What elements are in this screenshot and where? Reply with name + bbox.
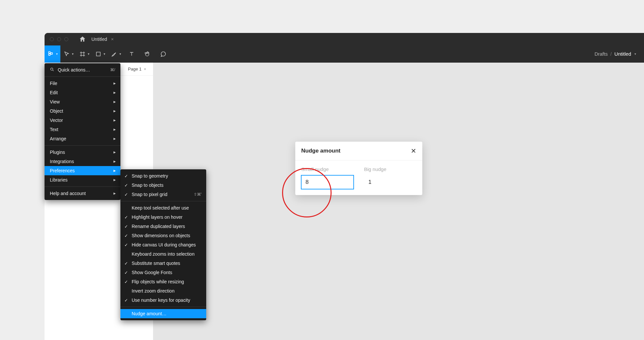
search-icon xyxy=(50,67,54,73)
menu-item-help-and-account[interactable]: Help and account xyxy=(45,189,120,198)
menu-item-label: View xyxy=(50,99,60,104)
big-nudge-input[interactable] xyxy=(364,175,417,189)
menu-separator xyxy=(120,307,206,307)
menu-item-integrations[interactable]: Integrations xyxy=(45,157,120,166)
menu-item-label: Text xyxy=(50,127,58,132)
preferences-submenu: Snap to geometrySnap to objectsSnap to p… xyxy=(120,169,206,320)
breadcrumb-location: Drafts xyxy=(595,51,608,57)
submenu-item-snap-to-pixel-grid[interactable]: Snap to pixel grid⇧⌘' xyxy=(120,190,206,199)
page-label: Page 1 xyxy=(128,67,142,71)
menu-item-preferences[interactable]: Preferences xyxy=(45,166,120,175)
menu-item-label: Quick actions… xyxy=(58,67,90,72)
shape-tool-button[interactable]: ▾ xyxy=(92,45,108,63)
submenu-item-nudge-amount[interactable]: Nudge amount… xyxy=(120,309,206,318)
window-maximize-dot[interactable] xyxy=(64,37,68,41)
submenu-item-invert-zoom-direction[interactable]: Invert zoom direction xyxy=(120,286,206,296)
submenu-item-label: Substitute smart quotes xyxy=(132,261,180,266)
menu-item-edit[interactable]: Edit xyxy=(45,88,120,97)
breadcrumb-separator: / xyxy=(610,51,612,57)
submenu-item-substitute-smart-quotes[interactable]: Substitute smart quotes xyxy=(120,259,206,268)
breadcrumb[interactable]: Drafts / Untitled ▾ xyxy=(595,51,644,57)
menu-item-plugins[interactable]: Plugins xyxy=(45,148,120,157)
menu-shortcut: ⌘/ xyxy=(110,68,115,72)
svg-rect-3 xyxy=(96,52,100,56)
chevron-down-icon: ▾ xyxy=(104,52,105,56)
submenu-item-label: Highlight layers on hover xyxy=(132,214,182,220)
submenu-item-label: Invert zoom direction xyxy=(132,288,175,294)
menu-item-file[interactable]: File xyxy=(45,79,120,88)
submenu-item-label: Snap to geometry xyxy=(132,173,168,179)
submenu-shortcut: ⇧⌘' xyxy=(194,192,202,197)
menu-item-label: Help and account xyxy=(50,191,86,196)
menu-item-vector[interactable]: Vector xyxy=(45,116,120,125)
submenu-item-show-google-fonts[interactable]: Show Google Fonts xyxy=(120,268,206,277)
text-tool-button[interactable] xyxy=(124,45,140,63)
small-nudge-input[interactable] xyxy=(301,175,354,189)
menu-item-view[interactable]: View xyxy=(45,97,120,106)
submenu-item-hide-canvas-ui-during-changes[interactable]: Hide canvas UI during changes xyxy=(120,240,206,249)
submenu-item-snap-to-objects[interactable]: Snap to objects xyxy=(120,181,206,190)
chevron-down-icon: ▾ xyxy=(72,52,74,56)
svg-rect-2 xyxy=(51,52,52,54)
big-nudge-field: Big nudge xyxy=(364,166,417,189)
menu-item-label: Arrange xyxy=(50,136,66,141)
pen-tool-button[interactable]: ▾ xyxy=(108,45,124,63)
svg-point-4 xyxy=(50,68,53,70)
submenu-item-rename-duplicated-layers[interactable]: Rename duplicated layers xyxy=(120,222,206,231)
menu-separator xyxy=(120,201,206,201)
window-controls xyxy=(45,37,68,41)
home-icon[interactable] xyxy=(79,36,86,43)
submenu-item-keep-tool-selected-after-use[interactable]: Keep tool selected after use xyxy=(120,203,206,212)
canvas[interactable] xyxy=(153,63,644,340)
chevron-down-icon[interactable]: ▾ xyxy=(634,52,636,56)
menu-separator xyxy=(45,76,120,77)
window-close-dot[interactable] xyxy=(50,37,54,41)
menu-item-label: Vector xyxy=(50,118,63,123)
submenu-item-label: Snap to objects xyxy=(132,183,164,188)
menu-item-object[interactable]: Object xyxy=(45,106,120,116)
menu-separator xyxy=(45,145,120,146)
submenu-item-label: Nudge amount… xyxy=(132,311,167,316)
chevron-down-icon: ▾ xyxy=(88,52,89,56)
nudge-amount-dialog: Nudge amount ✕ Small nudge Big nudge xyxy=(295,142,422,195)
submenu-item-label: Rename duplicated layers xyxy=(132,224,185,229)
submenu-item-use-number-keys-for-opacity[interactable]: Use number keys for opacity xyxy=(120,296,206,305)
close-icon[interactable]: ✕ xyxy=(411,147,416,155)
move-tool-button[interactable]: ▾ xyxy=(60,45,76,63)
chevron-down-icon: ▾ xyxy=(144,67,146,71)
close-tab-icon[interactable]: × xyxy=(111,37,113,42)
submenu-item-flip-objects-while-resizing[interactable]: Flip objects while resizing xyxy=(120,277,206,286)
submenu-item-keyboard-zooms-into-selection[interactable]: Keyboard zooms into selection xyxy=(120,249,206,259)
file-tab-label: Untitled xyxy=(91,37,107,42)
menu-item-label: File xyxy=(50,81,57,86)
menu-item-quick-actions[interactable]: Quick actions… ⌘/ xyxy=(45,65,120,74)
hand-tool-button[interactable] xyxy=(140,45,155,63)
submenu-item-label: Snap to pixel grid xyxy=(132,192,167,197)
window-minimize-dot[interactable] xyxy=(57,37,61,41)
menu-item-label: Edit xyxy=(50,90,58,95)
submenu-item-snap-to-geometry[interactable]: Snap to geometry xyxy=(120,171,206,181)
main-menu-button[interactable]: ▾ xyxy=(45,45,60,63)
menu-item-text[interactable]: Text xyxy=(45,125,120,134)
frame-tool-button[interactable]: ▾ xyxy=(76,45,92,63)
submenu-item-label: Keyboard zooms into selection xyxy=(132,251,195,257)
submenu-item-label: Show dimensions on objects xyxy=(132,233,190,238)
submenu-item-highlight-layers-on-hover[interactable]: Highlight layers on hover xyxy=(120,212,206,222)
comment-tool-button[interactable] xyxy=(155,45,171,63)
file-tab[interactable]: Untitled × xyxy=(91,37,114,42)
submenu-item-label: Flip objects while resizing xyxy=(132,279,184,284)
dialog-body: Small nudge Big nudge xyxy=(295,160,422,195)
svg-rect-1 xyxy=(48,54,50,55)
menu-item-label: Libraries xyxy=(50,177,68,183)
menu-item-arrange[interactable]: Arrange xyxy=(45,134,120,143)
big-nudge-label: Big nudge xyxy=(364,166,417,172)
svg-rect-0 xyxy=(48,51,50,53)
breadcrumb-filename: Untitled xyxy=(614,51,631,57)
chevron-down-icon: ▾ xyxy=(56,52,58,56)
menu-separator xyxy=(45,186,120,187)
submenu-item-show-dimensions-on-objects[interactable]: Show dimensions on objects xyxy=(120,231,206,240)
menu-item-libraries[interactable]: Libraries xyxy=(45,175,120,184)
menu-item-label: Plugins xyxy=(50,150,65,155)
menu-item-label: Preferences xyxy=(50,168,75,173)
title-bar: Untitled × xyxy=(45,33,644,45)
